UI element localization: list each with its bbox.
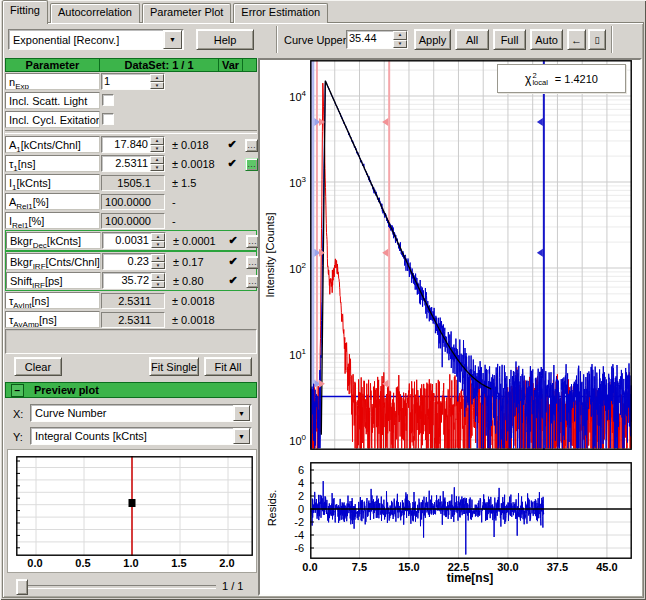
more-button[interactable]: … — [245, 139, 258, 152]
var-check[interactable]: ✔ — [219, 157, 245, 170]
table-row-irel1: IRel1[%] 100.0000 - — [5, 211, 257, 230]
preview-plot-panel — [7, 449, 257, 573]
readonly-value: 100.0000 — [101, 194, 165, 210]
value-spinner[interactable]: 2.5311▲▼ — [101, 155, 165, 172]
chi-subscript: local — [532, 79, 547, 86]
preview-plot-title: Preview plot — [34, 384, 99, 396]
chevron-up-icon: ▲ — [151, 254, 165, 262]
help-button[interactable]: Help — [196, 29, 254, 50]
table-row-bkgrirf: BkgrIRF[Cnts/Chnl] 0.23▲▼ ± 0.17 ✔ … — [6, 252, 256, 271]
dataset-pager: 1 / 1 — [222, 580, 252, 592]
preview-plot-header: − Preview plot — [5, 382, 257, 398]
table-row-shiftirf: ShiftIRF[ps] 35.72▲▼ ± 0.80 ✔ … — [6, 271, 256, 290]
table-row-a1: A1[kCnts/Chnl] 17.840▲▼ ± 0.018 ✔ … — [5, 135, 257, 154]
chevron-down-icon: ▼ — [233, 405, 250, 421]
preview-y-select[interactable]: Integral Counts [kCnts] ▼ — [30, 427, 252, 445]
toolbar-separator — [276, 26, 278, 53]
arrow-left-icon[interactable]: ← — [567, 29, 586, 50]
chevron-down-icon: ▼ — [150, 82, 164, 90]
more-button-active[interactable]: … — [245, 158, 258, 171]
fluofit-window: Fitting Autocorrelation Parameter Plot E… — [0, 0, 646, 600]
chevron-down-icon: ▼ — [233, 428, 250, 444]
chi-value: = 1.4210 — [555, 73, 598, 85]
residuals-y-axis-title: Resids. — [266, 490, 278, 527]
y-axis-choice-label: Y: — [13, 431, 23, 443]
auto-button[interactable]: Auto — [530, 29, 563, 50]
chevron-up-icon: ▲ — [393, 31, 407, 40]
chevron-up-icon: ▲ — [150, 137, 164, 145]
table-row-bkgrdec: BkgrDec[kCnts] 0.0031▲▼ ± 0.0001 ✔ … — [6, 231, 256, 250]
x-axis-title: time[ns] — [390, 571, 550, 585]
preview-chart — [16, 456, 253, 556]
curve-upper-spinner[interactable]: 35.44 ▲▼ — [346, 30, 408, 49]
chevron-down-icon: ▼ — [150, 164, 164, 172]
all-button[interactable]: All — [455, 29, 489, 50]
readonly-value: 1505.1 — [101, 175, 165, 191]
toolbar-separator-2 — [611, 26, 613, 53]
header-var: Var — [219, 58, 243, 72]
fit-single-button[interactable]: Fit Single — [149, 357, 199, 376]
table-row-arel1: ARel1[%] 100.0000 - — [5, 192, 257, 211]
table-footer-panel — [5, 329, 257, 354]
chevron-down-icon: ▼ — [151, 262, 165, 270]
checkbox[interactable] — [102, 113, 114, 125]
apply-button[interactable]: Apply — [414, 29, 451, 50]
collapse-button[interactable]: − — [11, 384, 24, 397]
x-axis-choice-label: X: — [13, 408, 23, 420]
curve-upper-label: Curve Upper — [284, 34, 346, 46]
parameter-table-header: Parameter DataSet: 1 / 1 Var — [5, 58, 257, 72]
residuals-chart — [310, 462, 632, 559]
value-spinner[interactable]: 0.23▲▼ — [102, 253, 166, 270]
header-blank — [243, 58, 257, 72]
decay-chart[interactable] — [310, 60, 632, 450]
decay-plot-panel — [258, 58, 642, 596]
readonly-value: 2.5311 — [101, 293, 165, 309]
value-spinner[interactable]: 35.72▲▼ — [102, 272, 166, 289]
header-parameter: Parameter — [5, 58, 100, 72]
readonly-value: 100.0000 — [101, 213, 165, 229]
var-check[interactable]: ✔ — [220, 255, 246, 268]
chevron-down-icon: ▼ — [151, 241, 165, 249]
header-dataset: DataSet: 1 / 1 — [100, 58, 219, 72]
chevron-up-icon: ▲ — [151, 233, 165, 241]
tab-fitting[interactable]: Fitting — [2, 0, 48, 24]
chi-symbol: χ — [525, 72, 531, 86]
tab-error-estimation[interactable]: Error Estimation — [233, 3, 328, 23]
full-button[interactable]: Full — [493, 29, 526, 50]
clear-button[interactable]: Clear — [14, 357, 62, 376]
value-spinner[interactable]: 0.0031▲▼ — [102, 232, 166, 249]
chevron-down-icon: ▼ — [163, 30, 182, 49]
main-y-axis-title: Intensity [Counts] — [264, 213, 276, 298]
table-row-tau1: τ1[ns] 2.5311▲▼ ± 0.0018 ✔ … — [5, 154, 257, 173]
var-check[interactable]: ✔ — [220, 234, 246, 247]
tab-bar: Fitting Autocorrelation Parameter Plot E… — [2, 2, 330, 23]
minus-icon: − — [15, 386, 21, 395]
readonly-value: 2.5311 — [101, 312, 165, 328]
chevron-up-icon: ▲ — [150, 156, 164, 164]
divider — [5, 130, 257, 134]
chevron-up-icon: ▲ — [151, 273, 165, 281]
background-group: BkgrDec[kCnts] 0.0031▲▼ ± 0.0001 ✔ … — [5, 230, 257, 251]
tab-autocorrelation[interactable]: Autocorrelation — [50, 3, 140, 23]
tab-parameter-plot[interactable]: Parameter Plot — [142, 3, 231, 23]
var-check[interactable]: ✔ — [219, 138, 245, 151]
model-select[interactable]: Exponential [Reconv.] ▼ — [8, 29, 184, 50]
table-row-cycl: Incl. Cycl. Exitation — [5, 110, 257, 129]
slider-track[interactable] — [16, 585, 216, 589]
table-row-nexp: nExp 1▲▼ — [5, 72, 257, 91]
slider-thumb[interactable] — [16, 579, 28, 595]
checkbox[interactable] — [102, 94, 114, 106]
dataset-slider[interactable] — [14, 578, 218, 594]
var-check[interactable]: ✔ — [220, 274, 246, 287]
value-spinner[interactable]: 17.840▲▼ — [101, 136, 165, 153]
value-spinner[interactable]: 1▲▼ — [101, 73, 165, 90]
chi-squared-box: χ 2 local = 1.4210 — [497, 64, 626, 93]
chevron-down-icon: ▼ — [393, 40, 407, 49]
table-row-i1: I1[kCnts] 1505.1 ± 1.5 — [5, 173, 257, 192]
preview-x-select[interactable]: Curve Number ▼ — [30, 404, 252, 422]
parameter-table: Parameter DataSet: 1 / 1 Var nExp 1▲▼ In… — [5, 58, 257, 329]
fit-all-button[interactable]: Fit All — [204, 357, 252, 376]
table-row-tavamp: τAvAmp[ns] 2.5311 ± 0.0018 — [5, 310, 257, 329]
cursor-marker-icon[interactable]: ▯ — [588, 29, 606, 50]
chevron-up-icon: ▲ — [150, 74, 164, 82]
